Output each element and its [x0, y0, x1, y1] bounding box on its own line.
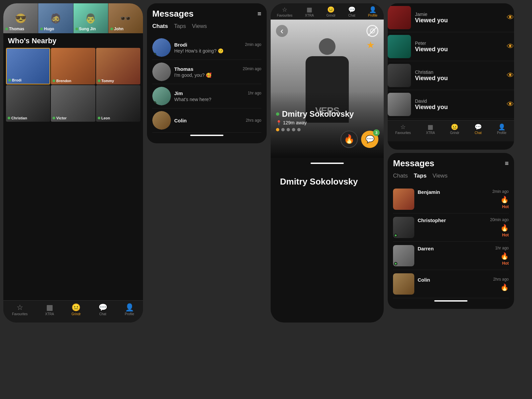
nav-favourites[interactable]: ☆ Favourites	[12, 304, 28, 316]
tab-chats-left[interactable]: Chats	[152, 23, 168, 31]
nearby-brendon[interactable]: Brendon	[51, 48, 95, 84]
fire-button[interactable]: 🔥	[340, 131, 358, 148]
profile-card: VERS ‹ ⊘ ★ Dmitry Sokolovsky 📍 129m	[271, 20, 384, 158]
tab-chats-right[interactable]: Chats	[393, 173, 408, 181]
taps-bottom-row: 🔥	[418, 252, 509, 260]
nav-profile-rv[interactable]: 👤 Profile	[497, 124, 506, 135]
profile-icon: 👤	[498, 124, 505, 130]
xtra-icon: ▦	[46, 304, 53, 311]
taps-top-row: Benjamin 2min ago	[418, 189, 509, 195]
nav-grindr-center[interactable]: 😐 Grindr	[327, 7, 336, 17]
messages-title-left: Messages	[152, 9, 194, 19]
grindr-icon: 😐	[71, 304, 80, 311]
taps-content-christopher: Christopher 20min ago 🔥 Hot	[418, 217, 509, 238]
star-icon: ☆	[282, 7, 287, 13]
profile-detail-name: Dmitry Sokolovsky	[280, 177, 374, 187]
star-icon: ☆	[17, 304, 23, 311]
nearby-christian[interactable]: Christian	[6, 85, 50, 122]
nearby-victor[interactable]: Victor	[51, 85, 95, 122]
chat-item-jim[interactable]: Jim 1hr ago What's new here?	[152, 84, 261, 108]
chat-item-brodi[interactable]: Brodi 2min ago Hey! How's it going? 🙂	[152, 36, 261, 60]
tap-item-christopher[interactable]: Christopher 20min ago 🔥 Hot	[393, 213, 509, 242]
chat-avatar-jim	[152, 87, 171, 105]
chat-avatar-colin	[152, 111, 171, 130]
eye-icon[interactable]: 👁	[507, 71, 514, 80]
favorite-star[interactable]: ★	[366, 40, 378, 51]
grindr-icon: 😐	[327, 7, 334, 13]
xtra-icon: ▦	[428, 124, 433, 130]
chat-item-colin[interactable]: Colin 2hrs ago	[152, 108, 261, 133]
online-dot	[8, 79, 11, 81]
tab-taps-right[interactable]: Taps	[414, 173, 426, 181]
chat-item-thomas[interactable]: Thomas 20min ago I'm good, you? 🥰	[152, 60, 261, 84]
nav-grindr[interactable]: 😐 Grindr	[71, 304, 81, 316]
online-indicator	[110, 28, 113, 30]
star-icon: ☆	[400, 124, 406, 130]
viewed-item-jamie[interactable]: Jamie Viewed you 👁	[388, 3, 514, 32]
taps-content-benjamin: Benjamin 2min ago 🔥 Hot	[418, 189, 509, 209]
nearby-name-victor: Victor	[53, 116, 66, 120]
viewed-item-christian[interactable]: Christian Viewed you 👁	[388, 61, 514, 90]
chat-top-row: Colin 2hrs ago	[174, 118, 261, 123]
taps-list: Benjamin 2min ago 🔥 Hot	[393, 185, 509, 298]
tab-taps-left[interactable]: Taps	[174, 23, 186, 31]
nearby-grid: Brodi Brendon Tommy	[6, 48, 140, 122]
top-profiles-row: 😎 Thomas 🧔 Hugo 👨 Sung Jin	[3, 3, 143, 33]
taps-avatar-christopher	[393, 217, 414, 238]
nearby-tommy[interactable]: Tommy	[96, 48, 140, 84]
nearby-leon[interactable]: Leon	[96, 85, 140, 122]
top-profile-john[interactable]: 🕶️ John	[108, 3, 143, 33]
filter-icon-left[interactable]: ≡	[257, 10, 261, 18]
nav-grindr-rv[interactable]: 😐 Grindr	[450, 124, 460, 135]
home-indicator	[190, 135, 223, 136]
chat-icon: 💬	[98, 304, 107, 311]
chat-content-colin: Colin 2hrs ago	[174, 118, 261, 123]
nav-profile-center[interactable]: 👤 Profile	[368, 7, 377, 17]
chat-icon: 💬	[474, 124, 482, 130]
nav-chat-center[interactable]: 💬 Chat	[348, 7, 355, 17]
nav-favourites-rv[interactable]: ☆ Favourites	[395, 124, 411, 135]
nav-xtra[interactable]: ▦ XTRA	[45, 304, 54, 316]
tap-item-benjamin[interactable]: Benjamin 2min ago 🔥 Hot	[393, 185, 509, 213]
taps-bottom-row: 🔥	[418, 224, 509, 232]
bottom-nav-left: ☆ Favourites ▦ XTRA 😐 Grindr 💬 Chat 👤 Pr…	[3, 300, 143, 323]
taps-avatar-benjamin	[393, 189, 414, 210]
online-dot	[98, 117, 100, 119]
tab-views-right[interactable]: Views	[433, 173, 448, 181]
whos-nearby-title: Who's Nearby	[3, 33, 143, 48]
tap-item-darren[interactable]: Darren 1hr ago 🔥 Hot	[393, 242, 509, 270]
nav-chat-rv[interactable]: 💬 Chat	[474, 124, 482, 135]
xtra-icon: ▦	[307, 7, 312, 13]
top-profile-thomas[interactable]: 😎 Thomas	[3, 3, 38, 33]
hot-label-darren: Hot	[418, 260, 509, 266]
nearby-brodi[interactable]: Brodi	[6, 48, 50, 84]
chat-button[interactable]: 💬 3	[361, 131, 378, 148]
profile-username: Dmitry Sokolovsky	[276, 109, 354, 119]
viewed-info-david: David Viewed you	[415, 98, 503, 111]
nav-profile[interactable]: 👤 Profile	[125, 304, 134, 316]
chat-content-jim: Jim 1hr ago What's new here?	[174, 90, 261, 102]
viewed-avatar-christian	[388, 64, 411, 87]
top-profile-sungjin[interactable]: 👨 Sung Jin	[73, 3, 108, 33]
taps-top-row: Colin 2hrs ago	[418, 277, 509, 283]
tap-item-colin[interactable]: Colin 2hrs ago 🔥	[393, 270, 509, 298]
filter-icon-right[interactable]: ≡	[505, 160, 509, 167]
nearby-name-brendon: Brendon	[53, 79, 71, 83]
taps-avatar-darren	[393, 245, 414, 266]
nav-xtra-center[interactable]: ▦ XTRA	[305, 7, 314, 17]
tab-views-left[interactable]: Views	[192, 23, 207, 31]
nav-chat[interactable]: 💬 Chat	[98, 304, 107, 316]
nav-xtra-rv[interactable]: ▦ XTRA	[426, 124, 435, 135]
eye-icon[interactable]: 👁	[507, 42, 514, 51]
nav-favourites-center[interactable]: ☆ Favourites	[277, 7, 293, 17]
online-dot	[53, 79, 55, 82]
back-button[interactable]: ‹	[276, 25, 288, 37]
block-button[interactable]: ⊘	[366, 25, 378, 37]
top-profile-hugo[interactable]: 🧔 Hugo	[38, 3, 73, 33]
viewed-item-peter[interactable]: Peter Viewed you 👁	[388, 32, 514, 61]
eye-icon[interactable]: 👁	[507, 100, 514, 109]
eye-icon[interactable]: 👁	[507, 13, 514, 22]
online-dot	[8, 117, 10, 119]
taps-top-row: Darren 1hr ago	[418, 246, 509, 251]
viewed-item-david[interactable]: David Viewed you 👁	[388, 90, 514, 119]
